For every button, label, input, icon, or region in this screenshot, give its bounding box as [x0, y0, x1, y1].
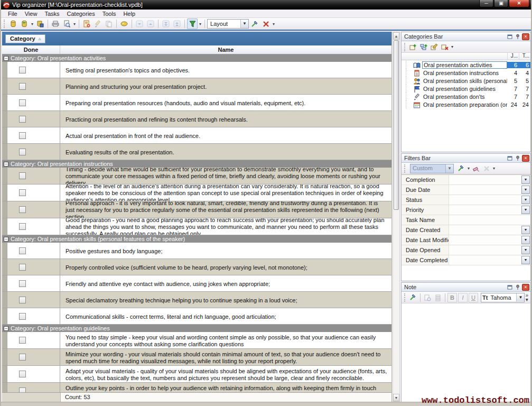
- layout-combo-dropdown[interactable]: ▼: [240, 20, 248, 28]
- category-tree-item[interactable]: Oral presentation preparation (oral pres…: [402, 100, 530, 108]
- move-down-button[interactable]: [134, 19, 145, 29]
- task-row[interactable]: Attention - the level of an audience's a…: [2, 184, 391, 201]
- done-checkbox[interactable]: [19, 99, 26, 106]
- maximize-panel-icon[interactable]: [506, 155, 514, 162]
- filter-dropdown-button[interactable]: ▼: [521, 246, 530, 254]
- groupby-category-button[interactable]: Category ▵: [5, 34, 45, 43]
- done-checkbox[interactable]: [19, 354, 26, 361]
- apply-filter-button[interactable]: [456, 163, 466, 174]
- highlight-button[interactable]: [119, 19, 129, 29]
- move-up-button[interactable]: [145, 19, 156, 29]
- print-button[interactable]: [50, 19, 61, 29]
- scroll-down-button[interactable]: ▼: [393, 394, 399, 401]
- apply-layout-button[interactable]: [249, 19, 260, 29]
- duplicate-task-button[interactable]: [104, 19, 114, 29]
- edit-task-button[interactable]: [92, 19, 103, 29]
- categories-toolbar-overflow[interactable]: ▾: [450, 44, 454, 49]
- task-row[interactable]: Friendly and attentive eye contact with …: [2, 275, 391, 292]
- scrollbar-thumb[interactable]: [394, 40, 399, 210]
- note-apply-button[interactable]: [408, 292, 418, 303]
- underline-button[interactable]: U: [469, 293, 478, 302]
- toolbar-overflow-caret[interactable]: ▾: [272, 22, 276, 26]
- toolbar-grip[interactable]: [404, 293, 406, 302]
- done-checkbox[interactable]: [19, 371, 26, 377]
- close-panel-icon[interactable]: ×: [522, 284, 529, 291]
- collapse-icon[interactable]: −: [4, 237, 8, 242]
- list-format-icon[interactable]: [433, 292, 443, 303]
- add-subcategory-button[interactable]: [418, 42, 429, 52]
- filter-value-field[interactable]: [449, 215, 530, 225]
- task-row[interactable]: Adapt your visual materials - quality of…: [2, 366, 391, 383]
- task-row[interactable]: Planning and structuring your oral prese…: [2, 78, 391, 95]
- delete-layout-button[interactable]: [260, 19, 271, 29]
- menu-view[interactable]: View: [21, 11, 41, 17]
- done-checkbox[interactable]: [19, 313, 26, 320]
- maximize-panel-icon[interactable]: [506, 284, 514, 291]
- category-tree-item[interactable]: Oral presentation guidelines77: [402, 85, 530, 93]
- filter-value-field[interactable]: [449, 225, 521, 235]
- done-checkbox[interactable]: [19, 67, 26, 73]
- pin-icon[interactable]: [514, 155, 521, 162]
- group-header[interactable]: −Category: Oral presentation instruction…: [2, 160, 391, 168]
- filter-value-field[interactable]: [449, 185, 521, 195]
- filter-toggle-button[interactable]: [187, 19, 198, 29]
- minimize-button[interactable]: ─: [479, 0, 493, 7]
- filter-dropdown-button[interactable]: ▼: [521, 236, 530, 244]
- move-top-button[interactable]: [172, 19, 182, 29]
- filter-value-field[interactable]: [449, 235, 521, 245]
- done-checkbox[interactable]: [19, 189, 26, 196]
- task-row[interactable]: Practicing oral presentation and refinin…: [2, 111, 391, 127]
- task-row[interactable]: Preparing oral presentation resources (h…: [2, 95, 391, 111]
- menu-tools[interactable]: Tools: [99, 11, 120, 17]
- print-preview-button[interactable]: [61, 19, 72, 29]
- tree-col1-header[interactable]: J...: [507, 53, 519, 60]
- filter-dropdown-button[interactable]: ▼: [521, 206, 530, 214]
- menu-help[interactable]: Help: [119, 11, 139, 17]
- font-combo-dropdown[interactable]: ▼: [516, 293, 524, 301]
- task-row[interactable]: Communicational skills - correct terms, …: [2, 308, 391, 325]
- done-checkbox[interactable]: [19, 116, 26, 123]
- category-tree-item[interactable]: Oral presentation instructions44: [402, 69, 530, 77]
- close-button[interactable]: ✕: [509, 0, 529, 7]
- task-row[interactable]: Good preparation - you need a good plann…: [2, 218, 391, 235]
- done-checkbox[interactable]: [19, 280, 26, 287]
- task-row[interactable]: Personal approach - it is very important…: [2, 201, 391, 218]
- layout-combo[interactable]: Layout ▼: [207, 19, 249, 29]
- insert-object-icon[interactable]: [422, 292, 433, 303]
- close-panel-icon[interactable]: ×: [522, 155, 529, 162]
- task-row[interactable]: Positive gestures and body language;: [2, 243, 391, 259]
- done-checkbox[interactable]: [19, 247, 26, 254]
- task-row[interactable]: You need to stay simple - keep your visu…: [2, 332, 391, 349]
- filter-caret[interactable]: ▾: [198, 22, 202, 26]
- bold-button[interactable]: B: [447, 293, 457, 302]
- done-checkbox[interactable]: [19, 172, 26, 179]
- filter-value-field[interactable]: [449, 205, 521, 215]
- pin-icon[interactable]: [514, 284, 521, 291]
- toolbar-grip[interactable]: [4, 20, 6, 28]
- note-toolbar-overflow[interactable]: »▾: [525, 293, 529, 302]
- group-header[interactable]: −Category: Oral presentation activities: [2, 54, 391, 62]
- delete-category-button[interactable]: [440, 42, 450, 52]
- category-tree-item[interactable]: Oral presentation activities66: [402, 61, 530, 69]
- task-row[interactable]: Special declamatory breathing technique …: [2, 292, 391, 308]
- scroll-up-button[interactable]: ▲: [393, 32, 399, 40]
- task-row[interactable]: Actual oral presentation in front of the…: [2, 127, 391, 144]
- filter-dropdown-button[interactable]: ▼: [521, 226, 530, 234]
- category-tree-item[interactable]: Oral presentation skills (personal featu…: [402, 77, 530, 85]
- task-row[interactable]: Minimize your wording - your visual mate…: [2, 349, 391, 366]
- task-row[interactable]: Timing - decide what time would be suffi…: [2, 168, 391, 184]
- apply-filter-caret[interactable]: ▾: [466, 166, 471, 171]
- task-row[interactable]: Evaluating results of the oral presentat…: [2, 144, 391, 160]
- filter-dropdown-button[interactable]: ▼: [521, 176, 530, 184]
- filter-preset-dropdown[interactable]: ▼: [445, 164, 453, 173]
- filter-dropdown-button[interactable]: ▼: [521, 196, 530, 204]
- done-checkbox[interactable]: [19, 297, 26, 303]
- disable-filter-button[interactable]: [481, 163, 492, 174]
- task-row[interactable]: Outline your key points - in order to he…: [2, 383, 391, 392]
- filter-value-field[interactable]: [449, 255, 521, 265]
- move-bottom-button[interactable]: [161, 19, 171, 29]
- new-task-button[interactable]: [81, 19, 92, 29]
- font-combo[interactable]: Tt Tahoma ▼: [481, 293, 525, 302]
- group-header[interactable]: −Category: Oral presentation skills (per…: [2, 235, 391, 243]
- maximize-panel-icon[interactable]: [506, 33, 514, 40]
